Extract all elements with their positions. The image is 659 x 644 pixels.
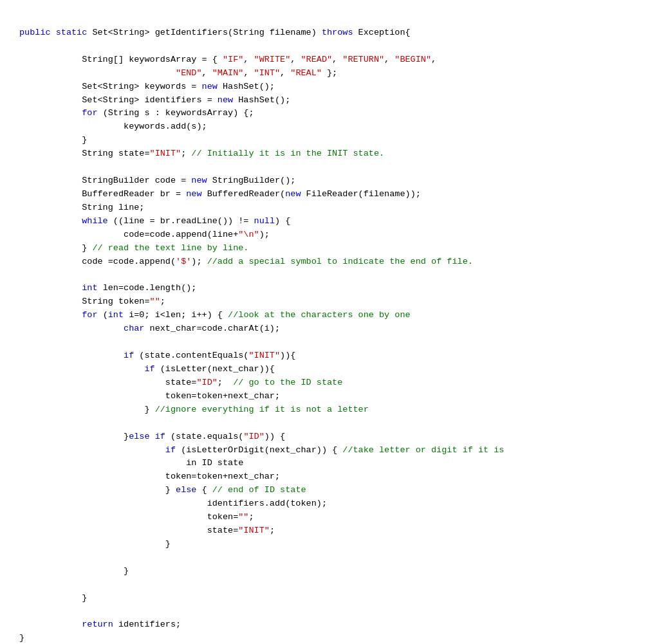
line-9: } — [19, 135, 87, 145]
line-12: StringBuilder code = new StringBuilder()… — [19, 176, 295, 185]
line-27: state="ID"; // go to the ID state — [19, 378, 342, 387]
line-13: BufferedReader br = new BufferedReader(n… — [19, 189, 421, 199]
line-39: } — [19, 539, 171, 549]
line-14: String line; — [19, 203, 144, 212]
line-7: for (String s : keywordsArray) {; — [19, 108, 254, 118]
line-22: for (int i=0; i<len; i++) { //look at th… — [19, 310, 411, 320]
line-37: token=""; — [19, 512, 254, 522]
line-29: } //ignore everything if it is not a let… — [19, 405, 369, 414]
line-23: char next_char=code.charAt(i); — [19, 324, 280, 333]
line-26: if (isLetter(next_char)){ — [19, 364, 275, 374]
line-3: String[] keywordsArray = { "IF", "WRITE"… — [19, 55, 436, 64]
line-33: in ID state — [19, 458, 243, 468]
line-18: code =code.append('$'); //add a special … — [19, 257, 473, 266]
line-36: identifiers.add(token); — [19, 499, 327, 508]
line-46: } — [19, 633, 24, 643]
line-38: state="INIT"; — [19, 526, 275, 535]
line-34: token=token+next_char; — [19, 472, 280, 481]
line-4: "END", "MAIN", "INT", "REAL" }; — [19, 68, 337, 78]
line-21: String token=""; — [19, 297, 165, 306]
line-17: } // read the text line by line. — [19, 243, 248, 253]
line-41: } — [19, 566, 129, 576]
line-5: Set<String> keywords = new HashSet(); — [19, 82, 275, 91]
line-1: public static Set<String> getIdentifiers… — [19, 28, 411, 37]
line-8: keywords.add(s); — [19, 122, 207, 131]
line-10: String state="INIT"; // Initially it is … — [19, 149, 384, 158]
line-28: token=token+next_char; — [19, 391, 280, 401]
line-32: if (isLetterOrDigit(next_char)) { //take… — [19, 445, 504, 455]
code-block: public static Set<String> getIdentifiers… — [19, 13, 640, 644]
line-45: return identifiers; — [19, 620, 181, 629]
line-16: code=code.append(line+"\n"); — [19, 230, 270, 239]
line-43: } — [19, 593, 87, 603]
line-35: } else { // end of ID state — [19, 485, 306, 495]
line-6: Set<String> identifiers = new HashSet(); — [19, 95, 290, 105]
line-20: int len=code.length(); — [19, 283, 196, 293]
line-15: while ((line = br.readLine()) != null) { — [19, 216, 290, 226]
line-31: }else if (state.equals("ID")) { — [19, 432, 285, 441]
line-25: if (state.contentEquals("INIT")){ — [19, 351, 295, 360]
